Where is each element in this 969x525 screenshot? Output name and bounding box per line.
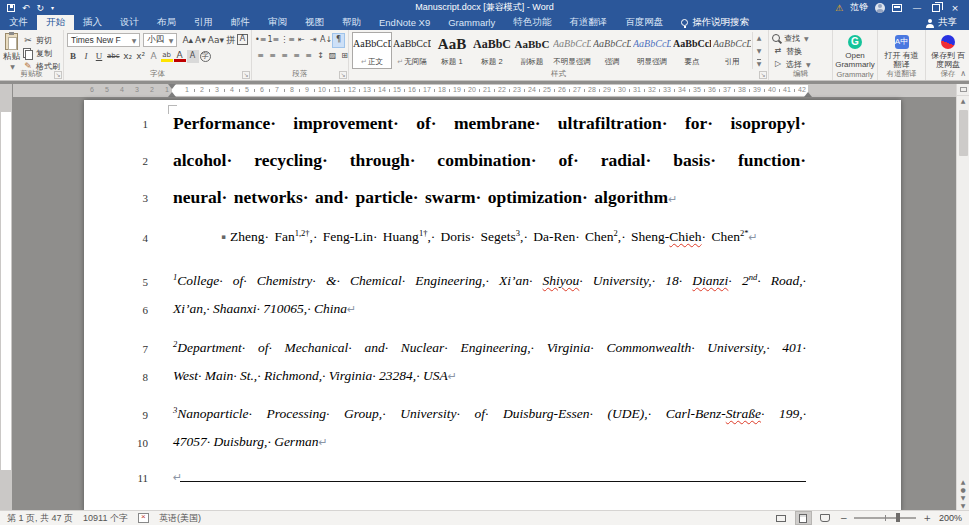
show-marks-icon[interactable]: ¶ xyxy=(333,34,344,47)
italic-icon[interactable]: I xyxy=(80,50,92,63)
find-button[interactable]: 查找▼ xyxy=(772,33,829,44)
vertical-scrollbar[interactable]: ▲ ▲ ● ▼ ▼ xyxy=(956,84,969,510)
styles-dialog-launcher[interactable]: ↘ xyxy=(759,71,767,79)
tab-layout[interactable]: 布局 xyxy=(148,15,185,30)
superscript-icon[interactable]: x² xyxy=(135,50,147,63)
open-grammarly-button[interactable]: G Open Grammarly xyxy=(836,32,874,69)
shading-icon[interactable]: ▨ xyxy=(327,50,338,63)
tab-file[interactable]: 文件 xyxy=(0,15,37,30)
save-to-baidu-button[interactable]: 保存到 百度网盘 xyxy=(929,32,967,69)
scroll-up-icon[interactable]: ▲ xyxy=(961,96,966,106)
word-count[interactable]: 10911 个字 xyxy=(83,512,128,525)
align-right-icon[interactable]: ≡ xyxy=(279,50,290,63)
styles-scroll-up-icon[interactable]: ▲ xyxy=(757,34,762,41)
proofing-status-icon[interactable] xyxy=(138,513,149,523)
tell-me-search[interactable]: 操作说明搜索 xyxy=(672,15,758,30)
warning-icon[interactable]: ⚠ xyxy=(835,3,843,13)
read-mode-button[interactable] xyxy=(774,512,789,524)
tab-view[interactable]: 视图 xyxy=(296,15,333,30)
subscript-icon[interactable]: x₂ xyxy=(122,50,134,63)
web-layout-button[interactable] xyxy=(818,512,833,524)
character-border-icon[interactable]: A xyxy=(237,34,248,45)
undo-icon[interactable]: ↶ xyxy=(22,3,30,13)
tab-mailings[interactable]: 邮件 xyxy=(222,15,259,30)
tab-references[interactable]: 引用 xyxy=(185,15,222,30)
replace-button[interactable]: ⇄替换 xyxy=(772,45,829,57)
numbering-icon[interactable]: 1≡ xyxy=(267,34,279,47)
align-center-icon[interactable]: ≡ xyxy=(267,50,278,63)
style-normal[interactable]: AaBbCcDc↵正文 xyxy=(352,32,392,69)
tab-design[interactable]: 设计 xyxy=(111,15,148,30)
underline-icon[interactable]: U xyxy=(93,50,105,63)
restore-button[interactable] xyxy=(932,4,940,12)
styles-scroll-down-icon[interactable]: ▼ xyxy=(757,47,762,54)
paragraph-dialog-launcher[interactable]: ↘ xyxy=(339,71,347,79)
tab-grammarly[interactable]: Grammarly xyxy=(439,15,504,30)
zoom-level[interactable]: 200% xyxy=(938,513,962,523)
font-color-icon[interactable]: A xyxy=(174,50,186,62)
change-case-icon[interactable]: Aa▾ xyxy=(207,34,225,47)
user-name[interactable]: 范铮 xyxy=(850,1,868,14)
strikethrough-icon[interactable]: abc xyxy=(106,50,121,63)
tab-youdao[interactable]: 有道翻译 xyxy=(560,15,616,30)
tab-review[interactable]: 审阅 xyxy=(259,15,296,30)
distribute-icon[interactable]: ≡ xyxy=(303,50,314,63)
zoom-in-button[interactable]: + xyxy=(923,513,931,523)
style-strong[interactable]: AaBbCcDc要点 xyxy=(672,32,712,69)
styles-more-icon[interactable]: ▼ xyxy=(757,59,762,67)
close-button[interactable]: × xyxy=(947,3,963,13)
copy-button[interactable]: 复制 xyxy=(22,47,60,59)
ribbon-display-options-icon[interactable] xyxy=(892,4,902,12)
style-nospace[interactable]: AaBbCcDc↵无间隔 xyxy=(392,32,432,69)
save-icon[interactable] xyxy=(7,4,15,12)
tab-endnote[interactable]: EndNote X9 xyxy=(370,15,439,30)
style-emph[interactable]: AaBbCcDc强调 xyxy=(592,32,632,69)
tab-insert[interactable]: 插入 xyxy=(74,15,111,30)
enclose-characters-icon[interactable]: 字 xyxy=(200,51,211,62)
tab-help[interactable]: 帮助 xyxy=(333,15,370,30)
share-button[interactable]: 共享 xyxy=(926,15,969,30)
clipboard-dialog-launcher[interactable]: ↘ xyxy=(54,71,62,79)
language-status[interactable]: 英语(美国) xyxy=(159,512,201,525)
scrollbar-thumb[interactable] xyxy=(959,110,968,156)
redo-icon[interactable]: ↻ xyxy=(37,3,45,13)
phonetic-guide-icon[interactable]: 拼 xyxy=(225,34,237,47)
decrease-indent-icon[interactable]: ⇤ xyxy=(296,34,307,47)
first-line-indent-marker[interactable] xyxy=(168,84,176,89)
ruler-toggle-button[interactable] xyxy=(957,84,969,96)
bold-icon[interactable]: B xyxy=(67,50,79,63)
print-layout-button[interactable] xyxy=(796,512,811,524)
zoom-out-button[interactable]: − xyxy=(840,513,848,523)
previous-page-icon[interactable]: ▲ xyxy=(961,478,966,485)
minimize-button[interactable]: — xyxy=(909,3,925,13)
style-subtle[interactable]: AaBbCcDc不明显强调 xyxy=(552,32,592,69)
vertical-ruler[interactable] xyxy=(0,84,12,510)
collapse-ribbon-icon[interactable]: ∧ xyxy=(960,69,966,78)
qat-customize-icon[interactable]: ▾ xyxy=(51,4,54,11)
line-spacing-icon[interactable]: ↕ xyxy=(315,50,326,63)
zoom-slider[interactable] xyxy=(854,517,916,519)
font-dialog-launcher[interactable]: ↘ xyxy=(242,71,250,79)
select-browse-object-icon[interactable]: ● xyxy=(960,486,965,493)
font-family-combo[interactable]: Times New F▼ xyxy=(67,33,140,47)
sort-icon[interactable]: A↓ xyxy=(320,34,332,47)
document-page[interactable]: 1Performance· improvement· of· membrane·… xyxy=(84,100,901,510)
character-shading-icon[interactable]: A xyxy=(187,50,199,63)
grow-font-icon[interactable]: A▴ xyxy=(181,34,194,47)
zoom-slider-thumb[interactable] xyxy=(896,513,900,522)
paste-button[interactable]: 粘贴 ▼ xyxy=(3,32,20,72)
align-left-icon[interactable]: ≡ xyxy=(255,50,266,63)
horizontal-ruler[interactable]: 6543211234567891011121314151617181920212… xyxy=(13,84,956,97)
scroll-down-icon[interactable]: ▼ xyxy=(961,502,966,509)
tab-home[interactable]: 开始 xyxy=(37,15,74,30)
bullets-icon[interactable]: •≡ xyxy=(255,34,266,47)
style-intense[interactable]: AaBbCcDc明显强调 xyxy=(632,32,672,69)
text-effects-icon[interactable]: A xyxy=(148,50,160,63)
style-h2[interactable]: AaBbC标题 2 xyxy=(472,32,512,69)
open-youdao-button[interactable]: A中 打开 有道翻译 xyxy=(881,32,922,69)
tab-baidu-netdisk[interactable]: 百度网盘 xyxy=(616,15,672,30)
style-sub[interactable]: AaBbC副标题 xyxy=(512,32,552,69)
increase-indent-icon[interactable]: ⇥ xyxy=(308,34,319,47)
cut-button[interactable]: ✂剪切 xyxy=(22,34,60,46)
justify-icon[interactable]: ≡ xyxy=(291,50,302,63)
